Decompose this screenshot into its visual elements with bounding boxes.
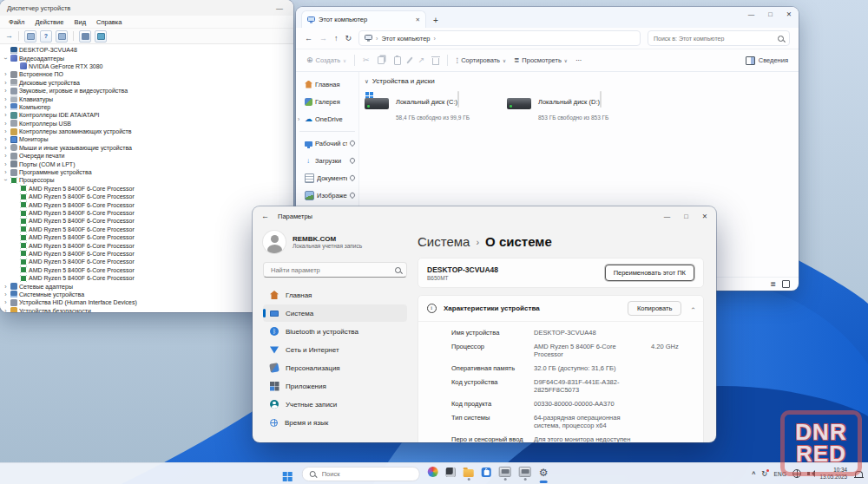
device-manager-titlebar[interactable]: Диспетчер устройств — (0, 0, 293, 16)
settings-nav-item[interactable]: Учетные записи (263, 396, 407, 413)
new-button[interactable]: ⊕ Создать ∨ (306, 56, 346, 64)
view-button[interactable]: ≣ Просмотреть ∨ (514, 56, 568, 64)
file-explorer-icon[interactable] (464, 469, 474, 477)
delete-icon[interactable] (432, 58, 439, 65)
taskbar-search-input[interactable] (320, 469, 412, 479)
sidebar-item[interactable]: Галерея (296, 93, 358, 110)
expand-chevron-icon[interactable] (3, 104, 9, 110)
tree-item[interactable]: Системные устройства (0, 291, 293, 298)
tree-item[interactable]: AMD Ryzen 5 8400F 6-Core Processor (0, 233, 293, 241)
device-manager-icon-2[interactable] (519, 467, 531, 477)
expand-chevron-icon[interactable] (3, 169, 9, 175)
account-block[interactable]: REMBK.COM Локальная учетная запись (263, 231, 407, 253)
expand-chevron-icon[interactable] (3, 299, 9, 305)
expand-chevron-icon[interactable] (3, 136, 9, 142)
dark-app-icon[interactable] (446, 468, 456, 477)
share-icon[interactable]: ↗ (418, 56, 425, 64)
settings-gear-icon[interactable] (539, 464, 549, 480)
tree-item[interactable]: Устройства HID (Human Interface Devices) (0, 298, 293, 306)
expand-chevron-icon[interactable] (3, 291, 9, 298)
tree-item[interactable]: Мониторы (0, 135, 293, 143)
navigate-arrow-icon[interactable]: → (5, 32, 13, 40)
drive-tile[interactable]: Локальный диск (D:) 853 ГБ свободно из 8… (507, 92, 637, 123)
devices-and-drives-group[interactable]: ∨ Устройства и диски (365, 77, 790, 85)
tree-item[interactable]: Дисковые устройства (0, 79, 293, 87)
copy-icon[interactable] (378, 56, 385, 64)
close-button[interactable]: ✕ (702, 213, 707, 220)
menu-item[interactable]: Файл (9, 18, 24, 26)
tree-item[interactable]: Встроенное ПО (0, 70, 293, 78)
tree-item[interactable]: Контроллеры USB (0, 120, 293, 128)
tree-item[interactable]: Контроллеры IDE ATA/ATAPI (0, 111, 293, 119)
tree-item[interactable]: AMD Ryzen 5 8400F 6-Core Processor (0, 241, 293, 249)
sort-button[interactable]: ↑↓ Сортировать ∨ (456, 56, 506, 64)
tree-item[interactable]: AMD Ryzen 5 8400F 6-Core Processor (0, 274, 293, 282)
expand-chevron-icon[interactable] (3, 71, 9, 77)
settings-nav-item[interactable]: Главная (263, 286, 407, 304)
menu-item[interactable]: Вид (74, 18, 86, 26)
expand-chevron-icon[interactable] (3, 56, 9, 62)
more-options-button[interactable]: ⋯ (575, 56, 582, 64)
sidebar-item[interactable]: Главная (296, 75, 358, 93)
up-button[interactable]: ↑ (334, 34, 339, 43)
tree-item[interactable]: Программные устройства (0, 168, 293, 176)
close-button[interactable]: ✕ (786, 10, 792, 18)
tree-item[interactable]: Очереди печати (0, 152, 293, 160)
show-hidden-icons-button[interactable]: ^ (752, 471, 755, 477)
expand-chevron-icon[interactable] (3, 284, 9, 290)
store-icon[interactable] (482, 468, 491, 477)
tree-item[interactable]: Сетевые адаптеры (0, 282, 293, 290)
rename-pc-button[interactable]: Переименовать этот ПК (605, 265, 694, 281)
rename-icon[interactable] (406, 56, 412, 63)
forward-button[interactable]: → (319, 34, 327, 43)
settings-titlebar[interactable]: ← Параметры — □ ✕ (253, 206, 716, 226)
tree-item[interactable]: AMD Ryzen 5 8400F 6-Core Processor (0, 266, 293, 274)
settings-nav-item[interactable]: Персонализация (263, 359, 407, 376)
minimize-button[interactable]: — (664, 213, 671, 220)
sidebar-item[interactable]: Документы (296, 169, 358, 186)
tree-item[interactable]: Клавиатуры (0, 95, 293, 102)
tree-item[interactable]: AMD Ryzen 5 8400F 6-Core Processor (0, 217, 293, 225)
show-console-tree-button[interactable] (24, 30, 36, 43)
tree-item[interactable]: NVIDIA GeForce RTX 3080 (0, 62, 293, 70)
start-button[interactable] (283, 472, 287, 476)
menu-item[interactable]: Справка (96, 18, 122, 26)
breadcrumb-parent[interactable]: Система (418, 234, 470, 249)
tree-item[interactable]: Мыши и иные указывающие устройства (0, 144, 293, 152)
update-sync-icon[interactable]: ↻ (761, 470, 767, 478)
tree-item[interactable]: DESKTOP-3CVUA48 (0, 46, 293, 54)
tree-item[interactable]: Устройства безопасности (0, 307, 293, 313)
breadcrumb-location[interactable]: Этот компьютер (381, 35, 430, 43)
maximize-button[interactable]: □ (684, 213, 688, 220)
refresh-button[interactable]: ↻ (345, 34, 352, 43)
thumbnail-view-toggle-icon[interactable] (782, 280, 790, 288)
copy-button[interactable]: Копировать (628, 301, 681, 316)
sidebar-item[interactable] (296, 128, 358, 134)
expand-chevron-icon[interactable] (3, 153, 9, 159)
sidebar-item[interactable]: Рабочий стол (296, 134, 358, 152)
maximize-button[interactable]: □ (768, 10, 773, 18)
tree-item[interactable]: AMD Ryzen 5 8400F 6-Core Processor (0, 200, 293, 208)
drive-tile[interactable]: Локальный диск (C:) 58,4 ГБ свободно из … (365, 92, 495, 123)
settings-nav-item[interactable]: Bluetooth и устройства (263, 323, 407, 340)
collapse-chevron-icon[interactable]: ∨ (365, 78, 369, 85)
device-manager-icon[interactable] (499, 467, 511, 477)
tree-item[interactable]: Процессоры (0, 176, 293, 184)
sidebar-item[interactable]: Изображения (296, 186, 358, 204)
expand-chevron-icon[interactable] (3, 121, 9, 127)
tree-item[interactable]: Видеоадаптеры (0, 54, 293, 62)
tree-item[interactable]: Порты (COM и LPT) (0, 160, 293, 167)
tree-item[interactable]: Контроллеры запоминающих устройств (0, 128, 293, 135)
minimize-button[interactable]: — (748, 10, 755, 18)
expand-chevron-icon[interactable] (3, 112, 9, 118)
settings-search-box[interactable] (263, 262, 407, 278)
properties-button[interactable] (56, 30, 68, 43)
breadcrumb[interactable]: › Этот компьютер › (358, 30, 641, 46)
expand-chevron-icon[interactable] (3, 308, 9, 312)
menu-item[interactable]: Действие (35, 18, 63, 26)
settings-nav-item[interactable]: Время и язык (263, 414, 407, 431)
tree-item[interactable]: AMD Ryzen 5 8400F 6-Core Processor (0, 258, 293, 265)
sidebar-item[interactable]: OneDrive (296, 110, 358, 128)
tree-item[interactable]: AMD Ryzen 5 8400F 6-Core Processor (0, 193, 293, 200)
taskbar-search[interactable] (302, 467, 420, 481)
